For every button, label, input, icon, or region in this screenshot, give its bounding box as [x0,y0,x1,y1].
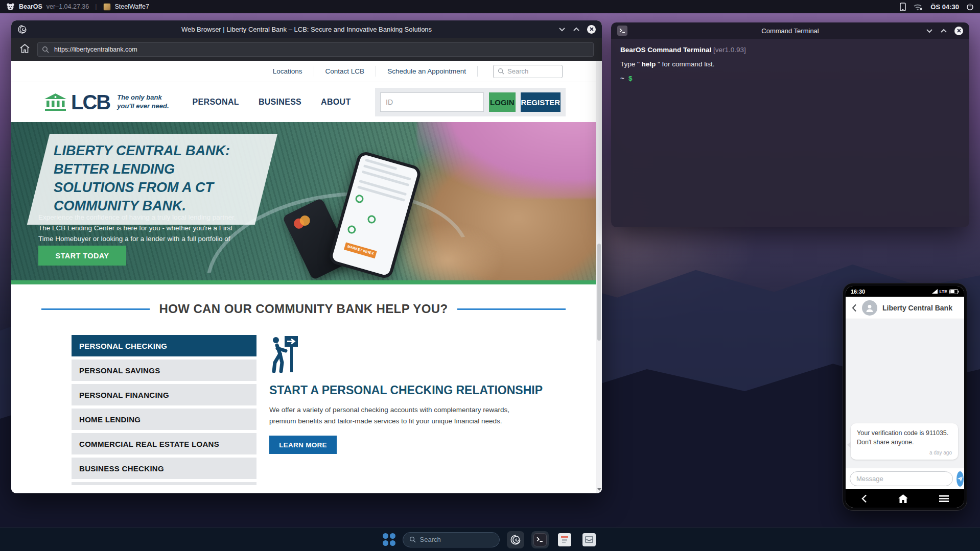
taskbar-terminal-icon[interactable] [531,531,549,548]
nav-menu-icon[interactable] [939,495,949,502]
phone-status-icon[interactable] [900,3,906,11]
nav-item-business[interactable]: BUSINESS [259,98,301,107]
menu-item-personal-savings[interactable]: PERSONAL SAVINGS [72,360,256,381]
terminal-window-title: Command Terminal [761,27,819,35]
power-icon[interactable] [966,3,974,11]
message-compose-row [846,468,964,489]
hero-divider-bar [11,280,596,284]
nav-home-icon[interactable] [898,494,908,503]
browser-title-bar[interactable]: Web Browser | Liberty Central Bank – LCB… [11,20,602,38]
menu-item-home-lending[interactable]: HOME LENDING [72,409,256,430]
wifi-offline-icon[interactable] [913,3,923,11]
browser-minimize-button[interactable] [558,25,566,34]
message-thread: Your verification code is 911035. Don't … [846,319,964,468]
product-menu: PERSONAL CHECKING PERSONAL SAVINGS PERSO… [72,335,256,485]
nav-item-personal[interactable]: PERSONAL [193,98,239,107]
terminal-output[interactable]: BearOS Command Terminal [ver1.0.93] Type… [611,39,969,227]
detail-paragraph: We offer a variety of personal checking … [269,404,538,426]
site-search-input[interactable] [507,67,553,75]
menu-detail-panel: START A PERSONAL CHECKING RELATIONSHIP W… [269,335,548,485]
home-icon[interactable] [19,43,30,56]
utility-nav: Locations Contact LCB Schedule an Appoin… [11,61,596,82]
lcb-logo[interactable]: LCB The only bank you'll ever need. [43,91,169,114]
nav-link-contact[interactable]: Contact LCB [314,66,377,77]
app-launcher-icon[interactable] [383,533,395,546]
browser-window-title: Web Browser | Liberty Central Bank – LCB… [181,26,432,33]
browser-window: Web Browser | Liberty Central Bank – LCB… [11,20,602,493]
hero-heading: LIBERTY CENTRAL BANK: BETTER LENDING SOL… [38,134,266,225]
terminal-minimize-button[interactable] [926,26,933,35]
terminal-version: [ver1.0.93] [713,46,746,54]
terminal-hint: Type " help " for command list. [620,60,960,68]
detail-heading: START A PERSONAL CHECKING RELATIONSHIP [269,384,548,397]
phone-nav-bar [846,489,964,508]
help-section: HOW CAN OUR COMMUNITY BANK HELP YOU? PER… [11,284,596,485]
scrollbar-down-arrow[interactable] [597,488,601,491]
heading-line-right [457,308,566,310]
taskbar-search-input[interactable] [420,536,486,543]
os-name: BearOS [19,3,42,10]
bear-os-icon [6,3,15,11]
market-index-badge: MARKET INDEX [344,243,377,259]
phone-status-bar: 16:30 LTE [846,286,964,297]
login-button[interactable]: LOGIN [489,92,516,112]
hero-pink-sleeve [417,122,596,199]
taskbar-search[interactable] [403,532,500,547]
message-input[interactable] [850,471,953,486]
divider: | [95,3,97,10]
taskbar-notes-icon[interactable] [556,531,573,548]
primary-nav: PERSONAL BUSINESS ABOUT [193,98,351,107]
site-search-box[interactable] [493,65,563,78]
contact-avatar [862,300,877,316]
menu-item-commercial-real-estate[interactable]: COMMERCIAL REAL ESTATE LOANS [72,433,256,454]
page-scrollbar[interactable] [596,61,602,493]
scrollbar-thumb[interactable] [597,244,601,341]
address-input[interactable] [37,42,594,57]
sms-text: Your verification code is 911035. Don't … [857,428,952,448]
terminal-title-bar[interactable]: Command Terminal [611,22,969,39]
heading-line-left [41,308,150,310]
site-header: LCB The only bank you'll ever need. PERS… [11,82,596,122]
terminal-prompt[interactable]: ~$ [620,75,960,82]
menu-item-business-checking[interactable]: BUSINESS CHECKING [72,458,256,479]
learn-more-button[interactable]: LEARN MORE [269,436,337,454]
section-heading: HOW CAN OUR COMMUNITY BANK HELP YOU? [159,302,448,316]
nav-link-locations[interactable]: Locations [262,66,314,77]
nav-item-about[interactable]: ABOUT [321,98,351,107]
terminal-close-button[interactable] [954,27,963,35]
os-username: SteelWaffe7 [115,3,149,10]
sms-timestamp: a day ago [857,450,952,456]
battery-icon [949,289,959,294]
nav-back-icon[interactable] [861,494,867,503]
back-chevron-icon[interactable] [852,304,857,312]
hero-heading-box: LIBERTY CENTRAL BANK: BETTER LENDING SOL… [38,134,266,225]
os-top-bar: BearOS ver–1.04.27.36 | SteelWaffe7 ÖS 0… [0,0,980,13]
menu-item-personal-checking[interactable]: PERSONAL CHECKING [72,335,256,356]
os-clock: ÖS 04:30 [930,3,959,11]
terminal-greeting: BearOS Command Terminal [620,46,711,54]
browser-maximize-button[interactable] [573,25,580,34]
os-version: ver–1.04.27.36 [46,3,89,10]
hero-banner: GL MARKET INDEX LIBERTY CENTRAL BANK: BE… [11,122,596,280]
conversation-header: Liberty Central Bank [846,297,964,319]
bank-columns-icon [43,93,67,112]
start-today-button[interactable]: START TODAY [38,246,126,266]
menu-item-partial[interactable] [72,482,256,485]
terminal-maximize-button[interactable] [940,26,947,35]
send-button[interactable] [956,471,964,487]
taskbar [0,528,980,551]
menu-item-personal-financing[interactable]: PERSONAL FINANCING [72,384,256,405]
register-button[interactable]: REGISTER [521,92,561,112]
search-icon [498,68,504,75]
id-field[interactable] [380,92,484,112]
user-avatar-icon [103,3,111,11]
nav-link-schedule[interactable]: Schedule an Appointment [376,66,478,77]
phone-mockup: 16:30 LTE Liberty Central Bank Your veri… [843,283,967,511]
network-label: LTE [940,289,947,294]
address-bar[interactable] [37,42,594,57]
login-panel: LOGIN REGISTER [375,88,566,116]
taskbar-browser-icon[interactable] [507,531,524,548]
browser-close-button[interactable] [587,25,596,34]
taskbar-inbox-icon[interactable] [580,531,598,548]
web-page: Locations Contact LCB Schedule an Appoin… [11,61,602,493]
